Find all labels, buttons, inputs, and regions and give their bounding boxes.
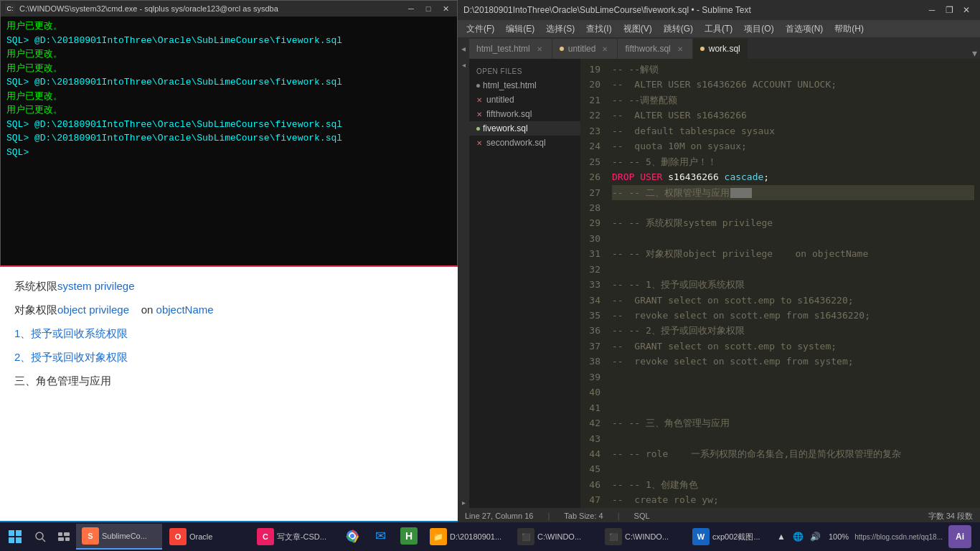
cmd-line: SQL> xyxy=(6,146,451,160)
h-app-icon: H xyxy=(400,527,418,545)
cmd-maximize-button[interactable]: □ xyxy=(421,3,435,14)
cmd-line: 用户已更改。 xyxy=(6,103,451,118)
taskbar-cmd1[interactable]: ⬛ C:\WINDO... xyxy=(512,524,598,550)
menu-file[interactable]: 文件(F) xyxy=(461,22,500,37)
sublime-title: D:\20180901IntoThree\Oracle\SubLimeCours… xyxy=(463,5,751,15)
sidebar-file-fivework[interactable]: fivework.sql xyxy=(469,121,580,136)
sidebar-file-fifthwork-x: ✕ xyxy=(476,110,482,118)
sidebar-file-untitled[interactable]: ✕ untitled xyxy=(469,93,580,107)
taskbar-explorer1-label: D:\20180901... xyxy=(450,532,501,541)
csd-app-icon: C xyxy=(257,528,274,545)
sublime-statusbar: Line 27, Column 16 | Tab Size: 4 | SQL 字… xyxy=(458,508,980,524)
sublime-minimize-button[interactable]: ─ xyxy=(924,4,940,17)
line-num-43: 43 xyxy=(586,431,600,446)
taskbar-search-button[interactable] xyxy=(29,524,51,550)
start-button[interactable] xyxy=(3,524,27,550)
menu-preferences[interactable]: 首选项(N) xyxy=(780,22,829,37)
tab-overflow-btn[interactable]: ▾ xyxy=(969,47,980,59)
taskbar-sublime-label: SublimeCo... xyxy=(102,532,147,540)
taskbar-word[interactable]: W cxp002截图... xyxy=(687,524,773,550)
sublime-titlebar: D:\20180901IntoThree\Oracle\SubLimeCours… xyxy=(458,0,980,20)
tab-scroll-left[interactable]: ◂ xyxy=(458,39,469,59)
sidebar-file-html[interactable]: html_test.html xyxy=(469,78,580,93)
tray-volume[interactable]: 🔊 xyxy=(809,529,823,544)
tray-network[interactable]: 🌐 xyxy=(791,529,806,544)
scroll-left-arrow[interactable]: ◂ xyxy=(458,59,469,70)
markdown-line: 三、角色管理与应用 xyxy=(14,369,443,392)
taskbar-explorer1[interactable]: 📁 D:\20180901... xyxy=(424,524,510,550)
menu-select[interactable]: 选择(S) xyxy=(540,22,580,37)
cmd-minimize-button[interactable]: ─ xyxy=(404,3,418,14)
status-tab-size[interactable]: Tab Size: 4 xyxy=(564,512,603,520)
line-num-26: 26 xyxy=(586,169,600,184)
menu-find[interactable]: 查找(I) xyxy=(580,22,617,37)
tab-untitled[interactable]: untitled ✕ xyxy=(552,39,618,59)
line-num-33: 33 xyxy=(586,277,600,292)
sublime-app-icon: S xyxy=(82,527,99,545)
cmd-titlebar: C: C:\WINDOWS\system32\cmd.exe - sqlplus… xyxy=(1,1,457,17)
code-area[interactable]: 19 20 21 22 23 24 25 26 27 28 29 30 31 3… xyxy=(580,59,980,508)
menu-project[interactable]: 项目(O) xyxy=(738,22,779,37)
taskbar-cmd2[interactable]: ⬛ C:\WINDO... xyxy=(599,524,685,550)
sidebar-file-secondwork[interactable]: ✕ secondwork.sql xyxy=(469,136,580,150)
scroll-right-arrow[interactable]: ▸ xyxy=(458,496,469,508)
menu-goto[interactable]: 跳转(G) xyxy=(658,22,699,37)
tab-untitled-modified-dot xyxy=(560,47,564,51)
code-line-21: -- --调整配额 xyxy=(612,93,974,108)
cmd-line: SQL> @D:\20180901IntoThree\Oracle\SubLim… xyxy=(6,34,451,48)
code-line-26: DROP USER s16436266 cascade; xyxy=(612,169,974,184)
line-num-27: 27 xyxy=(586,185,600,200)
taskbar-chrome[interactable] xyxy=(339,524,366,550)
line-num-47: 47 xyxy=(586,492,600,507)
cmd-close-button[interactable]: ✕ xyxy=(438,3,453,14)
sublime-restore-button[interactable]: ❐ xyxy=(941,4,957,17)
menu-view[interactable]: 视图(V) xyxy=(618,22,658,37)
taskbar-oracle[interactable]: O Oracle xyxy=(164,524,250,550)
code-line-36: -- -- 2、授予或回收对象权限 xyxy=(612,323,974,338)
sidebar-title: OPEN FILES xyxy=(469,65,580,78)
tab-html-test-label: html_test.html xyxy=(476,44,530,54)
line-num-22: 22 xyxy=(586,108,600,123)
code-line-30 xyxy=(612,231,974,246)
tray-expand[interactable]: ▲ xyxy=(774,529,788,544)
tab-html-test[interactable]: html_test.html ✕ xyxy=(469,39,552,59)
tray-url[interactable]: https://blog.csdn.net/qq18... xyxy=(854,533,943,541)
tab-html-test-close[interactable]: ✕ xyxy=(534,44,545,54)
task-view-button[interactable] xyxy=(52,524,75,550)
menu-help[interactable]: 帮助(H) xyxy=(829,22,870,37)
status-syntax[interactable]: SQL xyxy=(634,512,650,520)
taskbar-h[interactable]: H xyxy=(395,524,423,550)
tab-work-sql[interactable]: work.sql xyxy=(693,39,748,59)
sidebar-file-fifthwork[interactable]: ✕ fifthwork.sql xyxy=(469,107,580,121)
sidebar-file-untitled-label: untitled xyxy=(486,95,514,105)
code-line-25: -- -- 5、删除用户！！ xyxy=(612,154,974,169)
tab-fifthwork[interactable]: fifthwork.sql ✕ xyxy=(618,39,692,59)
taskbar-cmd2-label: C:\WINDO... xyxy=(625,532,669,541)
line-num-25: 25 xyxy=(586,154,600,169)
code-line-28 xyxy=(612,200,974,215)
taskbar-sublime[interactable]: S SublimeCo... xyxy=(76,524,162,550)
markdown-line: 2、授予或回收对象权限 xyxy=(14,345,443,369)
ai-button[interactable]: Ai xyxy=(948,525,971,548)
menu-tools[interactable]: 工具(T) xyxy=(699,22,738,37)
sublime-close-button[interactable]: ✕ xyxy=(958,4,974,17)
taskbar-csd-label: 写文章-CSD... xyxy=(277,532,326,542)
cmd-line: 用户已更改。 xyxy=(6,90,451,104)
cmd1-icon: ⬛ xyxy=(517,528,534,545)
oracle-app-icon: O xyxy=(169,528,187,545)
status-chars: 字数 34 段数 xyxy=(928,511,973,522)
code-line-29: -- -- 系统权限system privilege xyxy=(612,215,974,230)
menu-edit[interactable]: 编辑(E) xyxy=(500,22,540,37)
taskbar-csd[interactable]: C 写文章-CSD... xyxy=(251,524,337,550)
svg-rect-3 xyxy=(16,537,22,543)
tab-untitled-close[interactable]: ✕ xyxy=(600,44,610,54)
markdown-line: 1、授予或回收系统权限 xyxy=(14,321,443,345)
mail-icon: ✉ xyxy=(372,527,389,545)
cmd-line: 用户已更改。 xyxy=(6,47,451,62)
code-lines[interactable]: -- --解锁 -- ALTER USER s16436266 ACCOUNT … xyxy=(606,59,980,508)
tray-area: ▲ 🌐 🔊 xyxy=(774,529,823,544)
code-line-20: -- ALTER USER s16436266 ACCOUNT UNLOCK; xyxy=(612,77,974,92)
taskbar-mail[interactable]: ✉ xyxy=(367,524,395,550)
code-line-35: -- revoke select on scott.emp from s1643… xyxy=(612,308,974,323)
tab-fifthwork-close[interactable]: ✕ xyxy=(675,44,685,54)
